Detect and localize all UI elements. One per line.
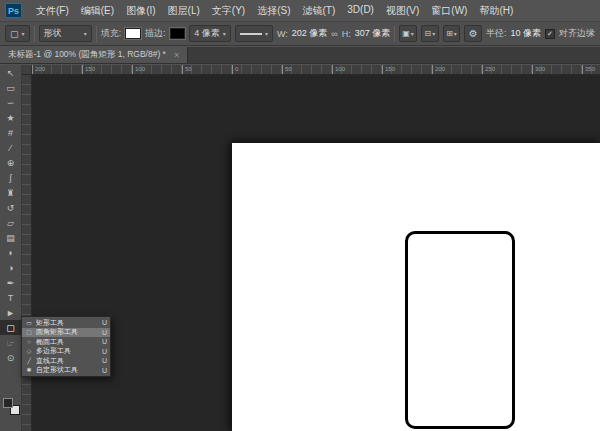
menu-layer[interactable]: 图层(L) — [162, 2, 206, 20]
tool-icon: ◑ — [8, 263, 13, 273]
rectangle-tool[interactable]: ▢ — [0, 320, 22, 335]
tool-preset-picker[interactable]: ▢ ▾ — [5, 25, 30, 42]
flyout-ellipse-tool[interactable]: ○ 椭圆工具 U — [22, 337, 110, 347]
ruler-tick-label: 150 — [85, 65, 95, 74]
tool-icon: ⊙ — [7, 353, 15, 363]
ruler-tick-label: 150 — [385, 65, 395, 74]
tool-icon: T — [8, 293, 14, 303]
flyout-polygon-tool[interactable]: ◇ 多边形工具 U — [22, 347, 110, 357]
menu-view[interactable]: 视图(V) — [380, 2, 425, 20]
geometry-options-button[interactable]: ⚙ — [464, 25, 482, 42]
chevron-down-icon: ▾ — [432, 31, 435, 37]
width-field[interactable]: 202 像素 — [292, 27, 328, 40]
lasso-tool[interactable]: ∽ — [0, 95, 22, 110]
stroke-type-select[interactable]: ▾ — [235, 25, 273, 42]
tool-icon: ☞ — [6, 338, 14, 348]
shape-icon: ◇ — [25, 348, 33, 354]
eraser-tool[interactable]: ▱ — [0, 215, 22, 230]
divider — [34, 26, 35, 42]
hand-tool[interactable]: ☞ — [0, 335, 22, 350]
tool-options-bar: ▢ ▾ 形状 ▾ 填充: 描边: 4 像素 ▾ ▾ W: 202 像素 ∞ H:… — [0, 22, 600, 46]
fill-color-swatch[interactable] — [125, 28, 141, 39]
tool-icon: ◗ — [8, 248, 13, 258]
flyout-item-shortcut: U — [102, 319, 107, 326]
document-tab[interactable]: 未标题-1 @ 100% (圆角矩形 1, RGB/8#) * × — [0, 47, 188, 63]
shape-icon: ✱ — [25, 367, 33, 373]
type-tool[interactable]: T — [0, 290, 22, 305]
move-tool[interactable]: ↖ — [0, 65, 22, 80]
eyedropper-tool[interactable]: ∕ — [0, 140, 22, 155]
shape-icon: ▢ — [25, 329, 33, 335]
path-arrange-icon: ⊞ — [446, 29, 453, 38]
marquee-tool[interactable]: ▭ — [0, 80, 22, 95]
flyout-item-shortcut: U — [102, 367, 107, 374]
brush-tool[interactable]: ʃ — [0, 170, 22, 185]
align-edges-checkbox[interactable]: ✓ — [545, 29, 555, 39]
height-field[interactable]: 307 像素 — [355, 27, 391, 40]
flyout-custom-shape-tool[interactable]: ✱ 自定形状工具 U — [22, 366, 110, 376]
tool-icon: ʃ — [10, 173, 12, 183]
flyout-item-shortcut: U — [102, 329, 107, 336]
quick-selection-tool[interactable]: ★ — [0, 110, 22, 125]
radius-field[interactable]: 10 像素 — [511, 27, 542, 40]
divider — [394, 26, 395, 42]
gear-icon: ⚙ — [469, 28, 478, 39]
photoshop-logo: Ps — [5, 3, 22, 18]
ruler-tick: 100 — [132, 65, 133, 74]
divider — [96, 26, 97, 42]
tool-icon: ▱ — [7, 218, 14, 228]
blur-tool[interactable]: ◗ — [0, 245, 22, 260]
path-operations-icon: ▣ — [402, 29, 410, 38]
stroke-color-swatch[interactable] — [170, 28, 186, 39]
tool-mode-select[interactable]: 形状 ▾ — [39, 25, 92, 42]
flyout-line-tool[interactable]: ╱ 直线工具 U — [22, 356, 110, 366]
close-icon[interactable]: × — [174, 50, 179, 60]
ruler-tick: 350 — [582, 65, 583, 74]
menu-select[interactable]: 选择(S) — [251, 2, 296, 20]
menu-type[interactable]: 文字(Y) — [206, 2, 251, 20]
crop-tool[interactable]: # — [0, 125, 22, 140]
ruler-tick-label: 0 — [235, 65, 238, 74]
menu-filter[interactable]: 滤镜(T) — [297, 2, 342, 20]
ruler-corner — [22, 65, 32, 75]
menu-file[interactable]: 文件(F) — [30, 2, 75, 20]
menu-image[interactable]: 图像(I) — [120, 2, 161, 20]
menu-3d[interactable]: 3D(D) — [341, 2, 380, 20]
height-label: H: — [342, 29, 351, 39]
menu-list: 文件(F) 编辑(E) 图像(I) 图层(L) 文字(Y) 选择(S) 滤镜(T… — [30, 2, 519, 20]
tool-icon: # — [8, 128, 13, 138]
pen-tool[interactable]: ✒ — [0, 275, 22, 290]
ruler-tick-label: 200 — [35, 65, 45, 74]
menu-help[interactable]: 帮助(H) — [473, 2, 519, 20]
path-arrange-button[interactable]: ⊞ ▾ — [443, 25, 461, 42]
gradient-tool[interactable]: ▤ — [0, 230, 22, 245]
path-alignment-button[interactable]: ⊟ ▾ — [421, 25, 439, 42]
menu-window[interactable]: 窗口(W) — [425, 2, 473, 20]
flyout-rectangle-tool[interactable]: ▭ 矩形工具 U — [22, 318, 110, 328]
horizontal-ruler: 200 150 100 50 0 50 100 150 200 250 300 … — [22, 65, 600, 75]
stroke-width-field[interactable]: 4 像素 ▾ — [189, 25, 231, 42]
flyout-item-shortcut: U — [102, 338, 107, 345]
shape-tools-flyout: ▭ 矩形工具 U ▢ 圆角矩形工具 U ○ 椭圆工具 U ◇ 多边形工具 U ╱… — [21, 316, 111, 377]
ruler-tick-label: 100 — [135, 65, 145, 74]
tool-icon: ∽ — [7, 98, 15, 108]
healing-brush-tool[interactable]: ⊕ — [0, 155, 22, 170]
zoom-tool[interactable]: ⊙ — [0, 350, 22, 365]
color-swatches — [3, 398, 21, 416]
flyout-item-label: 圆角矩形工具 — [36, 327, 99, 337]
path-operations-button[interactable]: ▣ ▾ — [399, 25, 417, 42]
dodge-tool[interactable]: ◑ — [0, 260, 22, 275]
ruler-tick-label: 50 — [185, 65, 192, 74]
foreground-color-swatch[interactable] — [3, 398, 13, 408]
menu-edit[interactable]: 编辑(E) — [75, 2, 120, 20]
ruler-tick: 150 — [382, 65, 383, 74]
tool-icon: ↖ — [7, 68, 15, 78]
link-dimensions-icon[interactable]: ∞ — [331, 29, 337, 39]
path-selection-tool[interactable]: ► — [0, 305, 22, 320]
flyout-rounded-rectangle-tool[interactable]: ▢ 圆角矩形工具 U — [22, 328, 110, 338]
clone-stamp-tool[interactable]: ♜ — [0, 185, 22, 200]
canvas[interactable] — [232, 143, 600, 431]
menu-bar: Ps 文件(F) 编辑(E) 图像(I) 图层(L) 文字(Y) 选择(S) 滤… — [0, 0, 600, 22]
rounded-rectangle-shape[interactable] — [405, 231, 515, 429]
history-brush-tool[interactable]: ↺ — [0, 200, 22, 215]
